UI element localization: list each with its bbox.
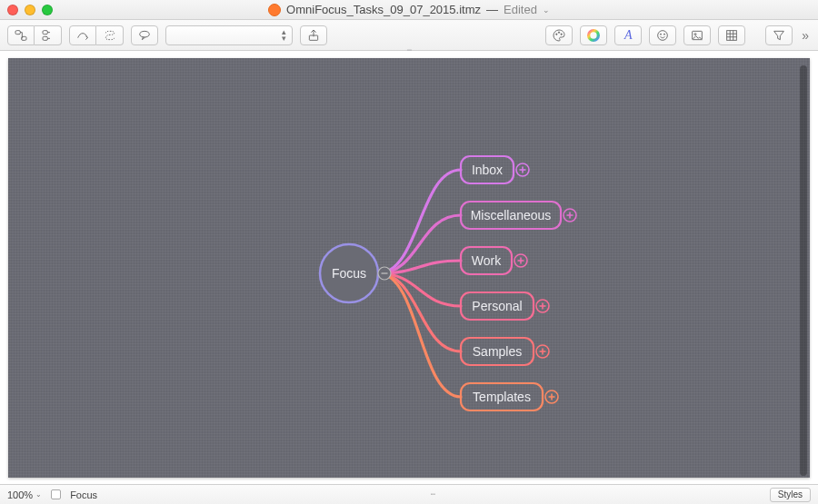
expand-toggle[interactable]	[514, 254, 527, 267]
style-select[interactable]: ▴▾	[165, 25, 293, 45]
palette-button[interactable]	[545, 25, 573, 45]
color-wheel-icon	[586, 28, 601, 43]
branch-label: Samples	[473, 344, 522, 359]
relationship-button[interactable]	[69, 25, 96, 45]
relationship-icon	[75, 28, 90, 43]
document-canvas[interactable]: FocusInboxMiscellaneousWorkPersonalSampl…	[8, 58, 810, 478]
callout-button[interactable]	[131, 25, 158, 45]
add-sibling-topic-button[interactable]	[35, 25, 62, 45]
document-icon	[268, 4, 281, 16]
connector	[378, 273, 461, 397]
topic-group	[7, 25, 62, 45]
image-button[interactable]	[683, 25, 711, 45]
share-button[interactable]	[300, 25, 327, 45]
scroll-thumb[interactable]	[800, 65, 807, 476]
window-resize-pill-icon[interactable]: ━	[407, 46, 412, 54]
branch-node[interactable]: Miscellaneous	[461, 202, 561, 229]
branch-node[interactable]: Inbox	[461, 156, 514, 183]
svg-point-4	[140, 31, 150, 37]
zoom-chevron-icon: ⌄	[35, 490, 42, 499]
branch-node[interactable]: Work	[461, 247, 512, 274]
zoom-value: 100%	[7, 489, 33, 500]
svg-rect-2	[43, 30, 47, 34]
expand-toggle[interactable]	[536, 300, 549, 312]
image-icon	[690, 28, 704, 43]
branch-node[interactable]: Samples	[461, 338, 534, 365]
svg-point-11	[661, 34, 662, 35]
branch-label: Inbox	[472, 163, 503, 177]
zoom-window-button[interactable]	[42, 5, 53, 15]
branch-label: Templates	[473, 390, 531, 404]
expand-toggle[interactable]	[545, 390, 558, 403]
statusbar: 100% ⌄ Focus ┉ Styles	[0, 484, 818, 504]
filter-icon	[772, 28, 786, 43]
expand-toggle[interactable]	[564, 209, 576, 222]
window-controls	[7, 5, 53, 15]
share-icon	[306, 28, 321, 43]
svg-point-12	[664, 34, 665, 35]
vertical-scrollbar[interactable]	[798, 65, 809, 476]
close-window-button[interactable]	[7, 5, 18, 15]
branch-node[interactable]: Personal	[461, 292, 534, 320]
boundary-button[interactable]	[96, 25, 124, 45]
branch-node[interactable]: Templates	[461, 383, 543, 410]
select-arrows-icon: ▴▾	[282, 29, 286, 42]
svg-rect-0	[15, 30, 20, 34]
branch-label: Miscellaneous	[471, 208, 552, 222]
toolbar-overflow-button[interactable]: »	[800, 28, 811, 43]
zoom-control[interactable]: 100% ⌄	[7, 489, 42, 500]
connector	[378, 273, 461, 351]
grid-icon	[724, 28, 739, 43]
styles-button-label: Styles	[778, 489, 803, 499]
mindmap: FocusInboxMiscellaneousWorkPersonalSampl…	[8, 58, 810, 478]
smiley-icon	[655, 28, 670, 43]
document-filename: OmniFocus_Tasks_09_07_2015.itmz	[286, 3, 481, 16]
shape-group	[69, 25, 124, 45]
svg-rect-15	[727, 30, 737, 40]
styles-panel-button[interactable]: Styles	[770, 488, 811, 502]
svg-point-7	[559, 32, 560, 33]
focus-checkbox[interactable]	[51, 489, 61, 499]
status-center-grip-icon: ┉	[106, 490, 761, 499]
center-node[interactable]: Focus	[320, 244, 378, 302]
title-menu-chevron-icon[interactable]: ⌄	[543, 5, 550, 15]
svg-rect-3	[43, 36, 47, 40]
window-title: OmniFocus_Tasks_09_07_2015.itmz — Edited…	[0, 3, 818, 16]
svg-point-8	[561, 34, 562, 35]
palette-icon	[552, 28, 566, 43]
expand-toggle[interactable]	[536, 345, 549, 358]
filter-button[interactable]	[765, 25, 793, 45]
collapse-toggle[interactable]	[378, 267, 391, 280]
minimize-window-button[interactable]	[25, 5, 35, 15]
focus-checkbox-label: Focus	[70, 489, 97, 500]
color-button[interactable]	[580, 25, 607, 45]
title-separator: —	[486, 3, 498, 16]
branch-label: Work	[472, 253, 502, 268]
branch-label: Personal	[472, 299, 522, 313]
titlebar: OmniFocus_Tasks_09_07_2015.itmz — Edited…	[0, 0, 818, 20]
svg-point-9	[589, 30, 599, 40]
add-child-icon	[14, 28, 28, 43]
add-child-topic-button[interactable]	[7, 25, 35, 45]
callout-icon	[137, 28, 152, 43]
grid-button[interactable]	[718, 25, 745, 45]
canvas-area: ━ FocusInboxMiscellaneousWorkPersonalSam…	[0, 51, 818, 484]
edited-indicator: Edited	[504, 3, 537, 16]
svg-point-10	[658, 30, 668, 40]
expand-toggle[interactable]	[516, 163, 529, 176]
font-button[interactable]: A	[614, 25, 642, 45]
center-node-label: Focus	[332, 266, 366, 281]
connector	[378, 170, 461, 273]
svg-point-6	[556, 34, 557, 35]
emoji-button[interactable]	[649, 25, 676, 45]
boundary-icon	[103, 28, 117, 43]
svg-point-14	[694, 33, 696, 35]
add-sibling-icon	[41, 28, 55, 43]
font-icon: A	[624, 28, 633, 43]
